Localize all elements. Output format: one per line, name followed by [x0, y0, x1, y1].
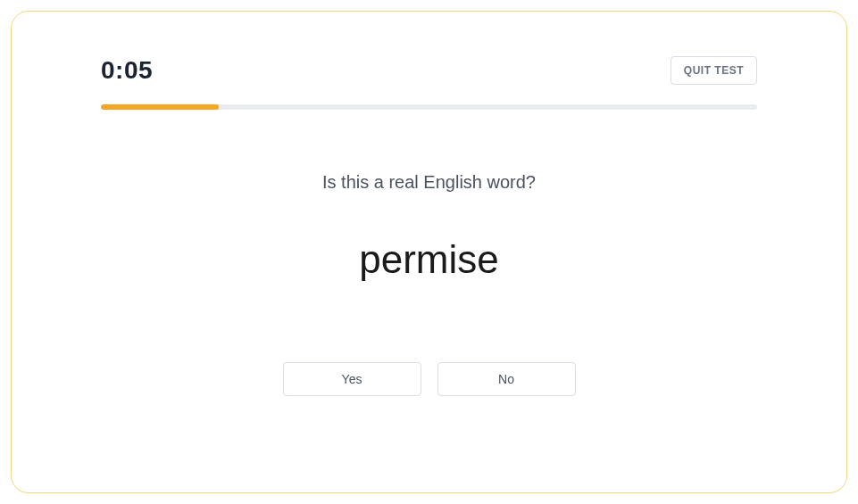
header: 0:05 QUIT TEST	[101, 56, 757, 85]
question-word: permise	[101, 237, 757, 282]
yes-button[interactable]: Yes	[283, 362, 421, 396]
no-button[interactable]: No	[437, 362, 576, 396]
progress-fill	[101, 104, 219, 110]
progress-bar	[101, 104, 757, 110]
quit-test-button[interactable]: QUIT TEST	[671, 56, 757, 85]
question-prompt: Is this a real English word?	[101, 172, 757, 193]
timer: 0:05	[101, 56, 153, 85]
test-card: 0:05 QUIT TEST Is this a real English wo…	[11, 11, 847, 493]
answer-buttons: Yes No	[101, 362, 757, 396]
